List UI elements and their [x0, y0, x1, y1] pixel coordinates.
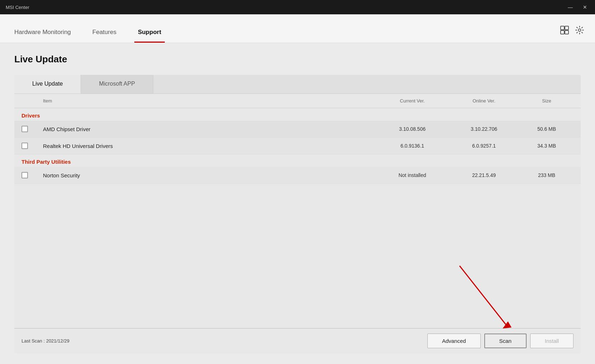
- footer-buttons: Advanced Scan Install: [427, 334, 574, 348]
- col-size: Size: [520, 98, 574, 104]
- row-item-name: Norton Security: [43, 172, 376, 178]
- close-button[interactable]: ✕: [581, 4, 589, 11]
- install-button[interactable]: Install: [530, 334, 574, 348]
- page-title: Live Update: [14, 54, 581, 65]
- table-container: Drivers AMD Chipset Driver 3.10.08.506 3…: [14, 108, 581, 328]
- minimize-button[interactable]: —: [566, 4, 575, 11]
- titlebar: MSI Center — ✕: [0, 0, 595, 14]
- col-online-ver: Online Ver.: [448, 98, 520, 104]
- row-online-ver: 22.21.5.49: [448, 172, 520, 178]
- section-drivers: Drivers: [14, 108, 581, 121]
- row-online-ver: 3.10.22.706: [448, 126, 520, 132]
- settings-icon[interactable]: [575, 25, 584, 37]
- col-current-ver: Current Ver.: [376, 98, 448, 104]
- advanced-button[interactable]: Advanced: [427, 334, 481, 348]
- svg-point-4: [579, 29, 581, 32]
- inner-tab-microsoft-app[interactable]: Microsoft APP: [81, 75, 153, 94]
- table-row: Realtek HD Universal Drivers 6.0.9136.1 …: [14, 138, 581, 154]
- row-item-name: Realtek HD Universal Drivers: [43, 143, 376, 149]
- tab-hardware-monitoring[interactable]: Hardware Monitoring: [11, 29, 75, 43]
- row-size: 233 MB: [520, 172, 574, 178]
- row-size: 50.6 MB: [520, 126, 574, 132]
- tab-features[interactable]: Features: [89, 29, 120, 43]
- grid-icon[interactable]: [560, 25, 569, 37]
- scan-button[interactable]: Scan: [484, 334, 527, 348]
- col-item: Item: [43, 98, 376, 104]
- svg-rect-0: [561, 26, 564, 30]
- svg-rect-2: [561, 30, 564, 34]
- nav-tabs: Hardware Monitoring Features Support: [11, 14, 165, 43]
- main-content: Live Update Live Update Microsoft APP It…: [0, 43, 595, 364]
- row-current-ver: 6.0.9136.1: [376, 143, 448, 149]
- checkbox-norton[interactable]: [21, 172, 28, 178]
- table-row: AMD Chipset Driver 3.10.08.506 3.10.22.7…: [14, 121, 581, 138]
- svg-rect-1: [565, 26, 568, 30]
- table-row: Norton Security Not installed 22.21.5.49…: [14, 167, 581, 184]
- table-header: Item Current Ver. Online Ver. Size: [14, 94, 581, 108]
- content-card: Live Update Microsoft APP Item Current V…: [14, 75, 581, 353]
- row-size: 34.3 MB: [520, 143, 574, 149]
- row-current-ver: 3.10.08.506: [376, 126, 448, 132]
- row-online-ver: 6.0.9257.1: [448, 143, 520, 149]
- inner-tabs: Live Update Microsoft APP: [14, 75, 581, 94]
- app-title: MSI Center: [6, 5, 29, 10]
- inner-tab-live-update[interactable]: Live Update: [14, 75, 81, 94]
- row-current-ver: Not installed: [376, 172, 448, 178]
- col-checkbox: [21, 98, 43, 104]
- navbar-icons: [560, 25, 584, 37]
- last-scan-label: Last Scan : 2021/12/29: [21, 338, 69, 344]
- navbar: Hardware Monitoring Features Support: [0, 14, 595, 43]
- tab-support[interactable]: Support: [134, 29, 165, 43]
- checkbox-amd-chipset[interactable]: [21, 126, 28, 132]
- svg-rect-3: [565, 30, 568, 34]
- checkbox-realtek-hd[interactable]: [21, 143, 28, 149]
- section-third-party: Third Party Utilities: [14, 154, 581, 167]
- window-controls: — ✕: [566, 4, 589, 11]
- row-item-name: AMD Chipset Driver: [43, 126, 376, 132]
- card-footer: Last Scan : 2021/12/29 Advanced Scan Ins…: [14, 328, 581, 353]
